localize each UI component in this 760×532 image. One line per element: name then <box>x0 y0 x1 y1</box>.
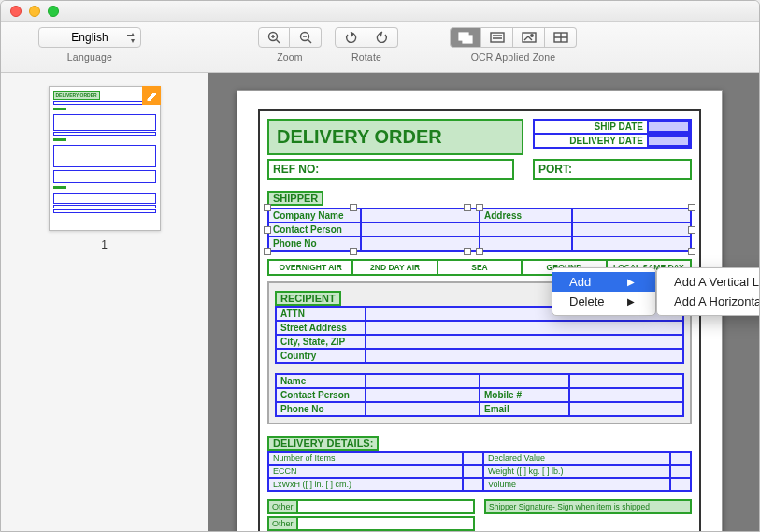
delivery-declared: Declared Value <box>483 452 670 465</box>
recipient-phone: Phone No <box>276 402 366 416</box>
ship-opt-overnight: OVERNIGHT AIR <box>269 261 353 274</box>
document-canvas[interactable]: DELIVERY ORDER SHIP DATE DELIVERY DATE R… <box>208 73 759 532</box>
language-label: Language <box>67 51 112 63</box>
toolbar: English ▴▾ Language Zoom Rotate <box>1 22 759 73</box>
window-titlebar <box>1 1 759 22</box>
delivery-section-label: DELIVERY DETAILS: <box>267 436 379 451</box>
zoom-window-button[interactable] <box>48 6 59 17</box>
zone-text-icon <box>489 31 506 44</box>
ocr-zone-mode-2-button[interactable] <box>481 27 513 48</box>
delivery-date-label: DELIVERY DATE <box>535 135 647 147</box>
svg-line-5 <box>308 40 311 44</box>
context-menu-delete-label: Delete <box>569 295 605 309</box>
other-label-1: Other <box>269 501 298 512</box>
thumbnail-page-number: 1 <box>101 238 108 252</box>
recipient-country: Country <box>276 349 366 363</box>
ocr-zone-mode-3-button[interactable] <box>513 27 545 48</box>
language-value: English <box>71 31 108 44</box>
zone-select-icon <box>457 31 474 44</box>
close-window-button[interactable] <box>10 6 22 17</box>
recipient-city: City, State, ZIP <box>276 335 366 349</box>
ocr-zone-label: OCR Applied Zone <box>471 51 556 63</box>
ship-date-label: SHIP DATE <box>535 121 647 133</box>
shipper-signature-label: Shipper Signature- Sign when item is shi… <box>484 499 692 514</box>
ocr-zone-mode-1-button[interactable] <box>450 27 481 48</box>
zoom-label: Zoom <box>277 51 303 63</box>
rotate-left-button[interactable] <box>335 27 366 48</box>
rotate-left-icon <box>343 30 358 45</box>
recipient-name: Name <box>276 374 366 388</box>
delivery-items: Number of Items <box>268 452 463 465</box>
context-menu-add[interactable]: Add ▶ <box>552 272 655 292</box>
submenu-arrow-icon: ▶ <box>627 296 635 307</box>
recipient-street: Street Address <box>276 321 366 335</box>
thumbnail-edit-badge <box>142 86 161 105</box>
thumbnail-sidebar: DELIVERY ORDER 1 <box>1 73 208 532</box>
date-box: SHIP DATE DELIVERY DATE <box>533 119 692 155</box>
zone-table-icon <box>552 31 569 44</box>
shipper-address-label: Address <box>480 208 572 223</box>
ship-opt-sea: SEA <box>438 261 523 274</box>
submenu-add-vertical[interactable]: Add A Vertical Line <box>657 272 759 292</box>
delivery-weight: Weight ([ ] kg. [ ] lb.) <box>483 465 670 478</box>
zone-image-icon <box>521 31 538 44</box>
delivery-eccn: ECCN <box>268 465 463 478</box>
submenu-add-vertical-label: Add A Vertical Line <box>674 275 759 289</box>
zoom-out-icon <box>298 30 313 45</box>
recipient-email: Email <box>480 402 569 416</box>
svg-rect-9 <box>491 33 504 42</box>
shipper-section-label: SHIPPER <box>267 191 323 206</box>
recipient-section-label: RECIPIENT <box>275 291 341 306</box>
delivery-volume: Volume <box>483 478 670 491</box>
pencil-icon <box>146 90 157 101</box>
ref-no-label: REF NO: <box>267 159 514 180</box>
zoom-in-icon <box>266 30 281 45</box>
doc-title: DELIVERY ORDER <box>267 119 523 155</box>
zoom-out-button[interactable] <box>290 27 322 48</box>
recipient-attn: ATTN <box>276 307 366 321</box>
page-thumbnail[interactable]: DELIVERY ORDER <box>49 86 161 231</box>
svg-line-1 <box>277 40 280 44</box>
shipper-table-zone[interactable]: Company NameAddress Contact Person Phone… <box>267 208 692 252</box>
context-menu-add-label: Add <box>569 275 591 289</box>
submenu-add-horizontal-label: Add A Horizontal Line <box>674 295 759 309</box>
context-menu-delete[interactable]: Delete ▶ <box>552 292 655 311</box>
recipient-contact: Contact Person <box>276 388 366 402</box>
svg-rect-8 <box>463 36 472 43</box>
shipper-phone-label: Phone No <box>268 237 361 251</box>
rotate-right-icon <box>375 30 390 45</box>
port-label: PORT: <box>533 159 692 180</box>
zoom-in-button[interactable] <box>258 27 290 48</box>
context-submenu[interactable]: Add A Vertical Line Add A Horizontal Lin… <box>656 267 759 316</box>
minimize-window-button[interactable] <box>29 6 40 17</box>
ship-opt-2day: 2ND DAY AIR <box>353 261 437 274</box>
delivery-dims: LxWxH ([ ] in. [ ] cm.) <box>268 478 463 491</box>
context-menu[interactable]: Add ▶ Delete ▶ <box>552 267 656 316</box>
other-label-2: Other <box>269 518 298 529</box>
submenu-arrow-icon: ▶ <box>627 277 635 287</box>
ocr-zone-mode-4-button[interactable] <box>545 27 577 48</box>
shipper-contact-label: Contact Person <box>268 223 361 237</box>
rotate-right-button[interactable] <box>366 27 398 48</box>
shipper-company-label: Company Name <box>268 208 361 223</box>
svg-point-13 <box>530 35 532 36</box>
language-select[interactable]: English ▴▾ <box>38 27 141 48</box>
submenu-add-horizontal[interactable]: Add A Horizontal Line <box>657 292 759 311</box>
recipient-mobile: Mobile # <box>480 388 569 402</box>
rotate-label: Rotate <box>351 51 381 63</box>
